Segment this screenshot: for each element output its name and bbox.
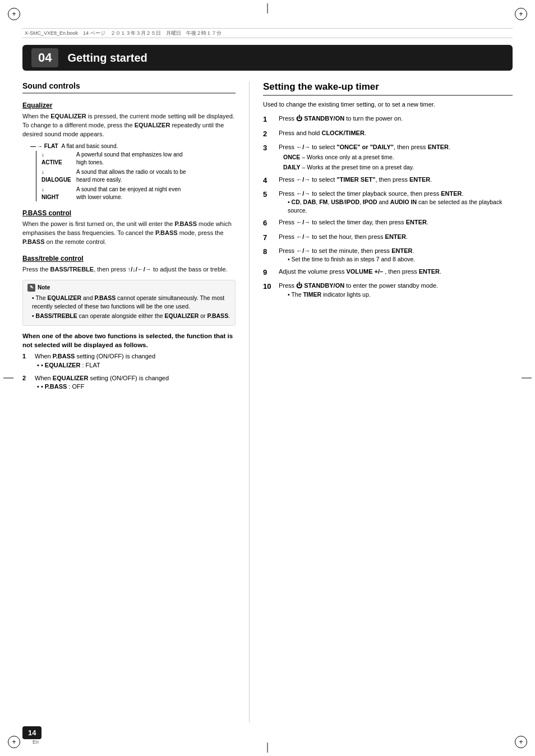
chapter-number: 04 [31,48,58,67]
step-1: 1 Press ⏻ STANDBY/ON to turn the power o… [263,114,513,125]
page-number: 14 [22,726,41,739]
step-5: 5 Press ←/→ to select the timer playback… [263,190,513,215]
step-7: 7 Press ←/→ to set the hour, then press … [263,233,513,243]
column-divider [249,81,250,722]
corner-mark-tr: + [515,8,527,20]
sound-controls-heading: Sound controls [22,81,236,94]
pbass-subheading: P.BASS control [22,209,236,217]
corner-mark-br: + [515,736,527,748]
step-3: 3 Press ←/→ to select "ONCE" or "DAILY",… [263,143,513,172]
eq-diagram: → FLAT A flat and basic sound. ↓ACTIVE A… [30,142,236,201]
bold-warning: When one of the above two functions is s… [22,331,236,349]
chapter-header: 04 Getting started [22,45,513,71]
step-4: 4 Press ←/→ to select "TIMER SET", then … [263,176,513,186]
bass-treble-subheading: Bass/treble control [22,255,236,262]
center-mark-right [522,378,532,379]
pbass-text: When the power is first turned on, the u… [22,220,236,247]
corner-mark-bl: + [8,736,20,748]
left-column: Sound controls Equalizer When the EQUALI… [22,81,236,722]
note-item-1: The EQUALIZER and P.BASS cannot operate … [32,294,230,310]
note-title: ✎ Note [27,284,230,292]
bullet-item-1: • EQUALIZER : FLAT [37,361,155,370]
page-lang: En [33,739,39,745]
step-6: 6 Press ←/→ to select the timer day, the… [263,218,513,228]
wake-timer-intro: Used to change the existing timer settin… [263,100,513,109]
step-8: 8 Press ←/→ to set the minute, then pres… [263,247,513,264]
step-10: 10 Press ⏻ STANDBY/ON to enter the power… [263,282,513,298]
numbered-item-1: 1 When P.BASS setting (ON/OFF) is change… [22,352,236,371]
note-item-2: BASS/TREBLE can operate alongside either… [32,312,230,320]
equalizer-subheading: Equalizer [22,102,236,109]
center-mark-top [268,3,268,13]
center-mark-left [3,378,13,379]
corner-mark-tl: + [8,8,20,20]
center-mark-bottom [268,743,268,753]
step-2: 2 Press and hold CLOCK/TIMER. [263,129,513,139]
equalizer-intro: When the EQUALIZER is pressed, the curre… [22,112,236,139]
main-content: Sound controls Equalizer When the EQUALI… [22,81,513,722]
note-icon: ✎ [27,284,35,292]
header-bar: X-SMC_VXE8_En.book 14 ページ ２０１３年３月２５日 月曜日… [22,28,513,38]
header-text: X-SMC_VXE8_En.book 14 ページ ２０１３年３月２５日 月曜日… [25,30,222,37]
wake-timer-heading: Setting the wake-up timer [263,81,513,96]
right-column: Setting the wake-up timer Used to change… [263,81,513,722]
bullet-item-2: • P.BASS : OFF [37,382,169,391]
chapter-title: Getting started [67,52,147,64]
step-9: 9 Adjust the volume press VOLUME +/– , t… [263,268,513,278]
numbered-item-2: 2 When EQUALIZER setting (ON/OFF) is cha… [22,374,236,393]
note-box: ✎ Note The EQUALIZER and P.BASS cannot o… [22,280,236,326]
bass-treble-text: Press the BASS/TREBLE, then press ↑/↓/←/… [22,265,236,274]
